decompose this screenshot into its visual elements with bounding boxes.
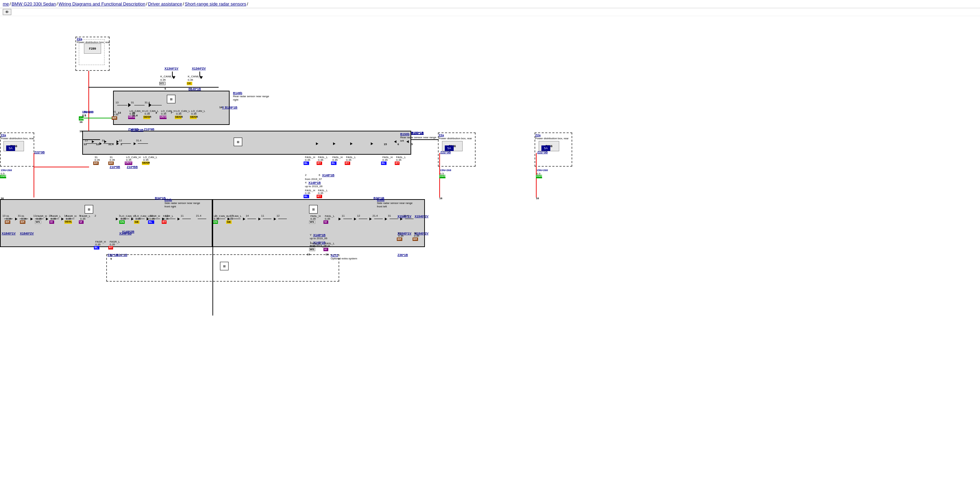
b34b-connector-sym: ⊠ bbox=[84, 205, 93, 214]
mid-arrow-2 bbox=[104, 140, 107, 143]
fasl-h-r1-gauge: 0.35 bbox=[305, 158, 310, 162]
b150b-label[interactable]: B150b bbox=[400, 132, 409, 136]
z22-3b-far-right[interactable]: Z22*3B bbox=[537, 151, 548, 154]
b149b-label[interactable]: B149b bbox=[233, 91, 242, 95]
ws-label-b36-2: WS bbox=[310, 248, 314, 251]
vi-label-fasr-l: VI bbox=[50, 220, 53, 223]
k-can8-l-label: K_CAN8_L bbox=[188, 75, 202, 78]
pin5-right: 5 bbox=[411, 143, 412, 146]
z10-9b-below[interactable]: Z10*9B bbox=[110, 165, 120, 169]
rt-label-r1: RT bbox=[317, 162, 321, 165]
right-fuse-desc: Power distribution box, rear bbox=[439, 137, 472, 140]
b149b-x149-1b[interactable]: Y B149*1B bbox=[222, 106, 237, 109]
x148-1b-label[interactable]: X148*1B bbox=[322, 174, 334, 177]
z22-3b-left[interactable]: Z22*3B bbox=[34, 151, 45, 154]
breadcrumb-home-link[interactable]: me bbox=[3, 2, 9, 6]
breadcrumb-wiring-link[interactable]: Wiring Diagrams and Functional Descripti… bbox=[59, 2, 146, 6]
bl-label-r2: BL bbox=[332, 162, 336, 165]
b36b-arrow-2 bbox=[243, 218, 245, 220]
lo-can-l-gauge-3: 0.35 bbox=[191, 112, 197, 115]
x1840-2v-far-r[interactable]: X1840*2V bbox=[415, 232, 429, 235]
br-label-rear-r: BR bbox=[112, 116, 116, 119]
b36b-arrow-4 bbox=[274, 218, 276, 220]
h-bus-right-1 bbox=[411, 139, 439, 140]
left-z2a-label[interactable]: Z2a bbox=[1, 133, 6, 137]
br-label-far-r: BR bbox=[398, 238, 402, 241]
sep-v-center bbox=[212, 199, 213, 315]
z22-3b-right[interactable]: Z22*3B bbox=[440, 151, 451, 154]
b34b-rarrow-2 bbox=[131, 218, 134, 220]
lo-can-h-gauge-2: 0.35 bbox=[161, 112, 167, 115]
x149-2b-bottom[interactable]: X149*2B bbox=[122, 230, 134, 233]
x1840-1v-far-r[interactable]: X1840*1V bbox=[398, 232, 412, 235]
z36-1b-label[interactable]: Z36*1B bbox=[398, 253, 408, 257]
x1840-1v-label[interactable]: X1840*1V bbox=[2, 232, 16, 235]
lo-can-h-bl-gauge: 0.35 bbox=[121, 217, 126, 220]
15n268-right-label: 15N+268 bbox=[440, 169, 451, 172]
top-z2a-label[interactable]: Z2a bbox=[77, 37, 82, 41]
breadcrumb-radar-link[interactable]: Short-range side radar sensors bbox=[185, 2, 246, 6]
b34b-desc1: Side radar sensor near range bbox=[164, 201, 200, 204]
b150b-arrow-1 bbox=[99, 143, 102, 145]
fasl-h-r2-gauge: 0.35 bbox=[332, 158, 338, 162]
b150-1b-right[interactable]: B150*1B bbox=[411, 131, 424, 135]
k-can8-h-label: K_CAN8_H bbox=[161, 75, 174, 78]
a272-pin19: 19 bbox=[307, 253, 310, 256]
mid-arrow-3 bbox=[116, 140, 119, 143]
b36b-rpline-3 bbox=[374, 219, 383, 219]
l-pin31-gauge2: 0.35 bbox=[110, 158, 115, 162]
b34b-rarrow-5 bbox=[178, 218, 180, 220]
z10-bb-below[interactable]: Z10*BB bbox=[127, 165, 138, 169]
br-label-b34-1: BR bbox=[5, 220, 10, 223]
fasl-l-r1-gauge: 0.35 bbox=[318, 158, 323, 162]
lo-can-l-gauge-2: 0.35 bbox=[176, 112, 181, 115]
b150b-arrow-3 bbox=[134, 143, 136, 145]
top-fuse-box-desc: Power distribution box, rear bbox=[77, 41, 110, 44]
lo-can-l-gauge-1: 0.35 bbox=[145, 112, 150, 115]
arrow-inside-1 bbox=[128, 103, 131, 107]
right-z2a-label[interactable]: Z2a bbox=[439, 133, 444, 137]
b36b-rpin2: 12 bbox=[357, 214, 360, 217]
b150b-pin4-label: 31.4 bbox=[136, 139, 142, 142]
a272-label[interactable]: A272 bbox=[331, 254, 338, 257]
b34b-rpin6: 21.4 bbox=[196, 214, 202, 217]
fasr-h-2nd-gauge: 0.35 bbox=[95, 243, 101, 246]
b34b-pin31-gauge: 0.35 bbox=[6, 217, 12, 220]
x1344-1v-label[interactable]: X1344*1V bbox=[164, 67, 178, 70]
ge-label-b36-1: GE bbox=[227, 220, 231, 223]
ge-gr-label-mid: GE/GR bbox=[142, 162, 150, 164]
gn-rt-label-fr: GN/RT bbox=[536, 175, 544, 177]
b36-1b-label[interactable]: B36*1B bbox=[374, 196, 385, 200]
b36b-pin11: 11 bbox=[261, 214, 264, 217]
a272-desc: Optional extra system bbox=[331, 257, 357, 260]
b34b-desc2: front right bbox=[164, 205, 176, 208]
lo-can-l-mid-gauge: 0.35 bbox=[143, 158, 149, 162]
far-right-z2a-label[interactable]: Z2a bbox=[535, 133, 541, 137]
b150-1b-left[interactable]: B150*1B bbox=[131, 128, 143, 132]
b36b-rarrow-5 bbox=[400, 218, 402, 220]
breadcrumb-driver-link[interactable]: Driver assistance bbox=[148, 2, 182, 6]
b34b-rpin5: 11 bbox=[181, 214, 184, 217]
x148-1b-label-2[interactable]: X148*1B bbox=[309, 181, 321, 184]
h-bus-wire-top bbox=[88, 87, 219, 88]
pin16-top: 16 bbox=[80, 120, 83, 124]
breadcrumb-model-link[interactable]: BMW G20 330i Sedan bbox=[12, 2, 56, 6]
lo-can-h-mid-gauge: 0.35 bbox=[126, 158, 132, 162]
b150b-arrow-r3 bbox=[350, 143, 353, 145]
z30-1b-label[interactable]: Z30*1B bbox=[108, 253, 118, 257]
fasr-h2-gauge: 0.35 bbox=[66, 217, 71, 220]
rt-label-r2: RT bbox=[345, 162, 349, 165]
x1540-2v-label[interactable]: X1540*2V bbox=[415, 215, 429, 218]
x1540-1v-label[interactable]: X1540*1V bbox=[398, 215, 412, 218]
b34-1b-label[interactable]: B34*1B bbox=[155, 196, 166, 200]
x1840-2v-label[interactable]: X1840*2V bbox=[20, 232, 34, 235]
eye-button[interactable]: 👁 bbox=[3, 9, 11, 15]
x149-1b-top-label[interactable]: B149*1B bbox=[188, 87, 201, 91]
x148-1b-b36[interactable]: X148*1B bbox=[313, 233, 326, 237]
h-bus-left-1 bbox=[83, 139, 100, 140]
b34b-pin31-gauge2: 0.35 bbox=[21, 217, 27, 220]
b34b-pin13: 13 bbox=[2, 214, 5, 217]
fasl-h-r3-gauge: 0.35 bbox=[305, 192, 310, 195]
x1344-2v-label[interactable]: X1344*2V bbox=[192, 67, 206, 70]
br-label-l2: BR bbox=[109, 162, 113, 165]
